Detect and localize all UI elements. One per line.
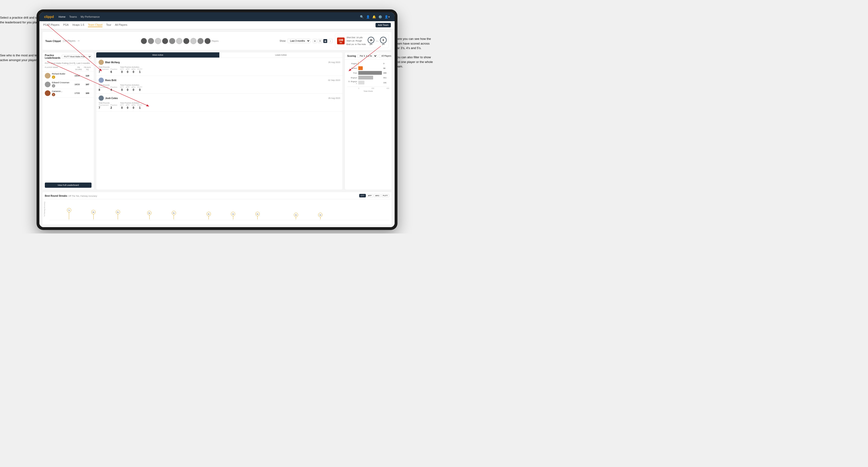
team-count: | 14 Players: [63, 40, 75, 42]
avatar[interactable]: [197, 38, 204, 44]
practice-leaderboards-panel: Practice Leaderboards PUTT Must Make Put…: [42, 52, 94, 190]
lb-player-3[interactable]: Cameron... 3 17/20 103: [42, 89, 94, 98]
avatar[interactable]: [183, 38, 189, 44]
lb-player-1[interactable]: Richard Butler 1 19/20 110: [42, 71, 94, 80]
streaks-filters: OTT APP ARG PUTT: [359, 194, 389, 197]
streak-dot-6: 4x: [207, 212, 211, 216]
nav-links: Home Teams My Performance: [59, 15, 360, 18]
pc-name-blair: Blair McHarg: [105, 61, 120, 64]
axis-400: 400: [386, 88, 389, 89]
dash-separator: —: [376, 39, 379, 43]
user-menu-icon[interactable]: 👤▾: [384, 15, 390, 19]
pc-date-blair: 26 Aug 2023: [328, 61, 340, 63]
settings-icon[interactable]: ⚙️: [378, 15, 382, 19]
avatar[interactable]: [141, 38, 147, 44]
nav-link-performance[interactable]: My Performance: [81, 15, 100, 18]
streak-point-5: 5x: [172, 211, 176, 219]
annotation-bottom-left: See who is the most and leastactive amon…: [0, 53, 41, 62]
grid-view-icon[interactable]: ⊞: [313, 39, 317, 43]
leaderboard-header: Practice Leaderboards PUTT Must Make Put…: [42, 52, 94, 61]
player-card-rees: Rees Britt 02 Sep 2023 Total Rounds Tour…: [96, 76, 342, 94]
tab-most-active[interactable]: Most Active: [96, 52, 219, 58]
lb-score-1: 19/20: [72, 74, 82, 77]
card-view-icon[interactable]: ▦: [323, 39, 328, 43]
streak-dot-9: 3x: [294, 213, 298, 217]
player-card-blair: Blair McHarg 26 Aug 2023 Total Rounds To…: [96, 58, 342, 76]
period-dropdown[interactable]: Last 3 months: [287, 39, 310, 43]
streaks-subtitle: Off The Tee, Fairway Accuracy: [68, 195, 97, 197]
lb-rank-3: 3: [52, 93, 55, 96]
streak-y-label: % Fairway Accuracy: [44, 201, 45, 217]
avatar[interactable]: [205, 38, 211, 44]
shot-zero-label: yds: [380, 43, 386, 45]
tab-least-active[interactable]: Least Active: [219, 52, 342, 58]
avatar[interactable]: [162, 38, 168, 44]
chart-label-dbogeys: D. Bogeys +: [347, 81, 357, 85]
streak-stem-5: [174, 215, 174, 219]
subnav-hcaps[interactable]: Hcaps 1-5: [72, 23, 84, 27]
streak-stem-2: [93, 214, 94, 219]
chart-axis: 0 200 400: [347, 87, 389, 89]
subnav-pgat[interactable]: PGAT Players: [43, 23, 59, 27]
drill-dropdown[interactable]: PUTT Must Make Putt...: [62, 55, 92, 59]
pc-player-info-blair: Blair McHarg: [99, 60, 120, 65]
nav-link-teams[interactable]: Teams: [69, 15, 77, 18]
chart-val-pars: 499: [383, 72, 389, 74]
people-icon[interactable]: 👤: [366, 15, 370, 19]
best-round-streaks-panel: Best Round Streaks Off The Tee, Fairway …: [42, 192, 392, 225]
avatar[interactable]: [155, 38, 161, 44]
edit-icon[interactable]: ✏: [78, 40, 80, 42]
avatar[interactable]: [176, 38, 182, 44]
shot-info: Shot Dist: 16 yds Start Lie: Rough End L…: [346, 36, 366, 46]
avatar[interactable]: [190, 38, 196, 44]
subnav-all-players[interactable]: All Players: [115, 23, 127, 27]
pc-date-josh: 26 Aug 2023: [328, 97, 340, 99]
bell-icon[interactable]: 🔔: [372, 15, 376, 19]
streak-point-10: 3x: [318, 213, 322, 219]
leaderboard-subtitle: PUTT Must Make Putting (3-6 ft), Last 3 …: [42, 61, 94, 66]
sort-icon[interactable]: ↕: [328, 39, 333, 43]
chart-val-eagles: 3: [383, 63, 389, 65]
chart-bar-container-eagles: [358, 62, 382, 65]
avatar[interactable]: [148, 38, 154, 44]
streak-point-4: 5x: [147, 211, 151, 219]
pc-avatar-blair: [99, 60, 104, 65]
main-content: Team Clippd | 14 Players ✏ Players: [39, 29, 395, 227]
filter-app[interactable]: APP: [367, 194, 373, 197]
streak-dot-1: 7x: [67, 208, 71, 212]
streak-dot-10: 3x: [318, 213, 322, 217]
pc-avatar-josh: [99, 96, 104, 101]
add-team-button[interactable]: Add Team: [375, 23, 391, 27]
subnav-pga[interactable]: PGA: [63, 23, 69, 27]
team-title: Team Clippd: [45, 40, 61, 42]
streak-dot-4: 5x: [147, 211, 151, 215]
streak-stem-1: [69, 212, 69, 219]
filter-arg[interactable]: ARG: [374, 194, 381, 197]
tablet-frame: clippd Home Teams My Performance 🔍 👤 🔔 ⚙…: [36, 9, 398, 230]
scoring-header: Scoring Par 3, 4 & 5s All Players: [345, 52, 392, 60]
chart-label-bogeys: Bogeys: [347, 76, 357, 79]
navbar: clippd Home Teams My Performance 🔍 👤 🔔 ⚙…: [39, 12, 395, 21]
subnav-tour[interactable]: Tour: [106, 23, 111, 27]
scoring-player-dropdown[interactable]: All Players: [379, 54, 392, 58]
list-view-icon[interactable]: ☰: [318, 39, 322, 43]
streak-dot-7: 4x: [231, 212, 235, 216]
streak-dot-8: 4x: [255, 212, 260, 216]
filter-ott[interactable]: OTT: [359, 194, 366, 197]
lb-avg-3: 103: [83, 92, 92, 94]
avatar[interactable]: [169, 38, 175, 44]
chart-row-dbogeys: D. Bogeys + 131: [347, 81, 389, 85]
view-leaderboard-button[interactable]: View Full Leaderboard: [45, 183, 92, 188]
subnav-team-clippd[interactable]: Team Clippd: [88, 23, 102, 27]
streak-point-9: 3x: [294, 213, 298, 219]
scoring-filter-dropdown[interactable]: Par 3, 4 & 5s: [357, 54, 377, 58]
team-header: Team Clippd | 14 Players ✏ Players: [42, 32, 392, 50]
lb-player-2[interactable]: Edward Crossman 2 18/20 107: [42, 80, 94, 89]
filter-putt[interactable]: PUTT: [381, 194, 389, 197]
tablet-screen: clippd Home Teams My Performance 🔍 👤 🔔 ⚙…: [39, 12, 395, 227]
nav-link-home[interactable]: Home: [59, 15, 65, 18]
show-label: Show:: [280, 40, 286, 42]
show-control: Show: Last 3 months: [280, 39, 310, 43]
search-icon[interactable]: 🔍: [360, 15, 364, 19]
chart-bar-container-birdies: [358, 66, 382, 70]
